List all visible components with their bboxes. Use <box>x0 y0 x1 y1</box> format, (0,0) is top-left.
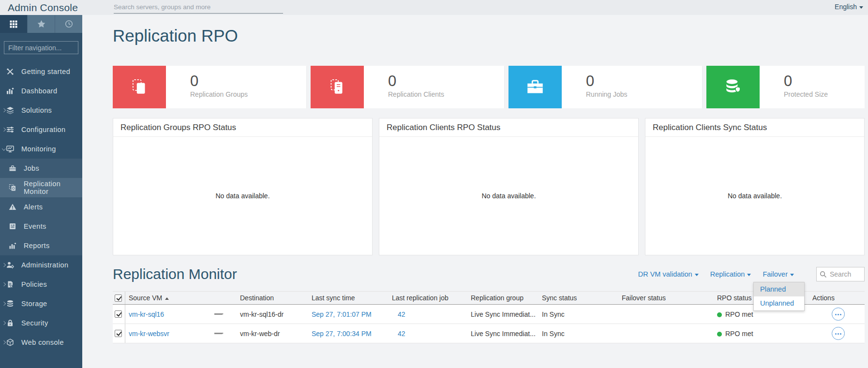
last-sync-time-link[interactable]: Sep 27, 7:00:34 PM <box>312 330 372 338</box>
tab-recent[interactable] <box>55 15 82 33</box>
table-row: vm-kr-websvr vm-kr-web-dr Sep 27, 7:00:3… <box>113 324 865 343</box>
security-lock-icon <box>6 319 15 327</box>
panel-empty-text: No data available. <box>113 137 372 255</box>
stat-card-replication-clients[interactable]: 0 Replication Clients <box>311 66 504 108</box>
sidebar-item-dashboard[interactable]: Dashboard <box>0 81 82 101</box>
chevron-right-icon <box>2 321 6 325</box>
panel-empty-text: No data available. <box>379 137 638 255</box>
status-panels-row: Replication Groups RPO Status No data av… <box>113 118 865 255</box>
sidebar-item-label: Configuration <box>21 126 65 133</box>
sidebar-item-alerts[interactable]: Alerts <box>0 197 82 217</box>
replication-groups-icon <box>113 66 166 108</box>
admin-console-screen: { "colors": { "sidebar_bg": "#30506a", "… <box>0 0 868 368</box>
column-header-sync-status[interactable]: Sync status <box>541 294 621 302</box>
column-header-actions: Actions <box>811 294 865 302</box>
sidebar-item-label: Reports <box>24 242 50 250</box>
language-selector[interactable]: English <box>835 3 863 11</box>
sort-ascending-icon <box>165 297 169 300</box>
stat-card-running-jobs[interactable]: 0 Running Jobs <box>509 66 702 108</box>
sidebar-item-label: Getting started <box>21 68 70 75</box>
last-sync-time-link[interactable]: Sep 27, 7:01:07 PM <box>312 310 372 318</box>
stat-card-replication-groups[interactable]: 0 Replication Groups <box>113 66 306 108</box>
row-actions-ellipsis-button[interactable] <box>832 308 845 321</box>
chevron-right-icon <box>2 340 6 344</box>
tab-all-navigation[interactable] <box>0 15 28 33</box>
sidebar-item-web-console[interactable]: Web console <box>0 333 82 352</box>
sidebar-tabs <box>0 15 82 33</box>
menu-replication[interactable]: Replication <box>710 270 751 278</box>
replication-group-cell: Live Sync Immediat... <box>470 310 541 318</box>
sidebar-item-label: Policies <box>21 280 47 288</box>
sidebar-item-monitoring[interactable]: Monitoring <box>0 139 82 159</box>
page-title: Replication RPO <box>113 24 865 47</box>
column-header-destination[interactable]: Destination <box>239 294 311 302</box>
column-header-failover-status[interactable]: Failover status <box>621 294 716 302</box>
row-actions-ellipsis-button[interactable] <box>832 327 845 340</box>
sidebar-item-policies[interactable]: Policies <box>0 275 82 294</box>
source-vm-link[interactable]: vm-kr-sql16 <box>129 310 164 318</box>
stat-value: 0 <box>586 74 628 89</box>
column-header-replication-group[interactable]: Replication group <box>470 294 541 302</box>
administration-user-gear-icon <box>6 261 15 269</box>
row-checkbox[interactable] <box>115 310 122 318</box>
monitor-search-input[interactable] <box>830 270 861 278</box>
sidebar-item-label: Jobs <box>24 164 39 172</box>
menu-dr-vm-validation[interactable]: DR VM validation <box>638 270 699 278</box>
rpo-met-status-dot <box>717 312 722 317</box>
stat-card-protected-size[interactable]: 0 Protected Size <box>706 66 865 108</box>
sidebar-item-administration[interactable]: Administration <box>0 255 82 275</box>
column-header-source-vm[interactable]: Source VM <box>125 294 195 302</box>
column-header-last-sync-time[interactable]: Last sync time <box>311 294 391 302</box>
policies-document-icon <box>6 280 15 288</box>
panel-replication-clients-rpo-status: Replication Clients RPO Status No data a… <box>379 118 639 255</box>
stat-label: Replication Groups <box>190 90 248 98</box>
sidebar-item-solutions[interactable]: Solutions <box>0 101 82 120</box>
failover-option-planned[interactable]: Planned <box>754 282 804 296</box>
chevron-down-icon <box>747 274 751 276</box>
running-jobs-briefcase-icon <box>509 66 562 108</box>
sidebar-item-label: Dashboard <box>21 87 58 95</box>
jobs-icon <box>9 164 17 172</box>
recent-clock-icon <box>65 20 73 28</box>
chevron-right-icon <box>2 282 6 286</box>
table-row: vm-kr-sql16 vm-kr-sql16-dr Sep 27, 7:01:… <box>113 305 865 324</box>
sidebar-item-jobs[interactable]: Jobs <box>0 159 82 178</box>
apps-grid-icon <box>10 20 17 28</box>
panel-replication-groups-rpo-status: Replication Groups RPO Status No data av… <box>113 118 373 255</box>
sidebar-item-security[interactable]: Security <box>0 313 82 333</box>
rpo-met-status-dot <box>717 332 722 337</box>
global-search-input[interactable] <box>114 1 283 14</box>
panel-empty-text: No data available. <box>645 137 864 255</box>
chevron-right-icon <box>2 263 6 267</box>
replication-monitor-title: Replication Monitor <box>113 266 237 282</box>
sidebar-item-label: Administration <box>21 261 68 269</box>
sidebar-item-label: Solutions <box>21 106 52 114</box>
monitor-search-box[interactable] <box>816 267 865 281</box>
column-header-last-replication-job[interactable]: Last replication job <box>391 294 470 302</box>
sidebar-item-reports[interactable]: Reports <box>0 236 82 255</box>
last-replication-job-link[interactable]: 42 <box>398 310 405 318</box>
chevron-down-icon <box>859 6 863 9</box>
row-checkbox[interactable] <box>115 330 122 337</box>
panel-title: Replication Clients RPO Status <box>379 118 638 137</box>
sidebar-item-configuration[interactable]: Configuration <box>0 120 82 139</box>
failover-option-unplanned[interactable]: Unplanned <box>754 296 804 310</box>
tab-favorites[interactable] <box>28 15 55 33</box>
storage-database-icon <box>6 300 15 308</box>
select-all-checkbox[interactable] <box>115 294 122 302</box>
replication-monitor-icon <box>9 184 17 191</box>
source-vm-link[interactable]: vm-kr-websvr <box>129 330 169 338</box>
chevron-right-icon <box>2 128 6 132</box>
stat-value: 0 <box>388 74 444 89</box>
menu-failover[interactable]: Failover <box>763 270 794 278</box>
last-replication-job-link[interactable]: 42 <box>398 330 405 338</box>
sidebar-item-storage[interactable]: Storage <box>0 294 82 313</box>
sidebar-item-events[interactable]: Events <box>0 217 82 236</box>
replication-monitor-header: Replication Monitor DR VM validation Rep… <box>113 266 865 282</box>
sidebar-item-replication-monitor[interactable]: Replication Monitor <box>0 178 82 197</box>
sidebar-item-label: Events <box>24 222 46 230</box>
sync-status-cell: In Sync <box>541 330 621 338</box>
nav-filter-input[interactable] <box>4 41 78 54</box>
stat-value: 0 <box>190 74 248 89</box>
sidebar-item-getting-started[interactable]: Getting started <box>0 62 82 81</box>
